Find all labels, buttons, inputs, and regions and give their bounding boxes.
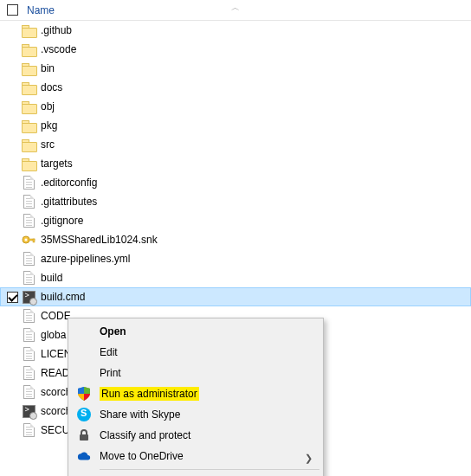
file-name-label: obj <box>41 100 55 113</box>
menu-print[interactable]: Print <box>70 363 321 383</box>
file-icon <box>22 347 35 361</box>
file-row[interactable]: 35MSSharedLib1024.snk <box>0 230 471 249</box>
file-name-label: .github <box>41 24 72 36</box>
file-name-label: pkg <box>41 119 57 132</box>
folder-icon <box>22 80 35 94</box>
svg-point-1 <box>25 239 28 241</box>
menu-onedrive-label: Move to OneDrive <box>100 450 184 462</box>
file-row[interactable]: obj <box>0 97 471 116</box>
folder-icon <box>22 61 35 75</box>
submenu-arrow-icon: ❯ <box>305 453 313 464</box>
folder-icon <box>22 119 35 132</box>
key-icon <box>22 233 35 247</box>
file-name-label: targets <box>41 158 73 170</box>
cloud-icon <box>77 449 91 463</box>
folder-icon <box>22 42 35 56</box>
column-header-name[interactable]: Name <box>27 4 55 16</box>
file-name-label: src <box>41 138 55 151</box>
menu-print-label: Print <box>100 367 121 379</box>
file-name-label: build <box>41 272 62 284</box>
menu-share-skype-label: Share with Skype <box>100 408 180 421</box>
file-name-label: bin <box>41 62 55 74</box>
menu-edit[interactable]: Edit <box>70 342 321 363</box>
select-all-checkbox[interactable] <box>7 4 18 16</box>
file-row[interactable]: targets <box>0 154 471 173</box>
file-row[interactable]: pkg <box>0 116 471 135</box>
file-row[interactable]: .vscode <box>0 40 471 59</box>
file-icon <box>22 328 35 342</box>
file-name-label: build.cmd <box>41 291 85 303</box>
skype-icon <box>77 408 91 421</box>
menu-classify-protect[interactable]: Classify and protect <box>70 425 321 446</box>
menu-separator <box>100 469 319 470</box>
menu-scan-defender[interactable]: Scan with Microsoft Defender... <box>70 473 321 476</box>
menu-edit-label: Edit <box>100 346 118 358</box>
file-row[interactable]: bin <box>0 59 471 78</box>
file-icon <box>22 366 35 380</box>
file-row[interactable]: src <box>0 135 471 154</box>
folder-icon <box>22 157 35 170</box>
file-icon <box>22 214 35 228</box>
file-icon <box>22 385 35 399</box>
file-name-label: docs <box>41 81 62 93</box>
file-icon <box>22 309 35 323</box>
cmd-icon <box>22 290 35 304</box>
cmd-icon <box>22 404 35 418</box>
file-name-label: .vscode <box>41 43 76 55</box>
folder-icon <box>22 23 35 37</box>
sort-indicator-icon: ︿ <box>231 2 240 14</box>
menu-share-skype[interactable]: Share with Skype <box>70 404 321 425</box>
menu-run-admin-label: Run as administrator <box>100 387 199 401</box>
file-name-label: CODE <box>41 310 71 322</box>
file-row[interactable]: .gitattributes <box>0 192 471 211</box>
file-icon <box>22 176 35 190</box>
svg-rect-4 <box>80 434 88 441</box>
menu-open-label: Open <box>100 325 126 338</box>
file-icon <box>22 252 35 266</box>
file-icon <box>22 423 35 437</box>
file-row[interactable]: .editorconfig <box>0 173 471 192</box>
file-row[interactable]: docs <box>0 78 471 97</box>
file-name-label: globa <box>41 329 66 341</box>
file-row[interactable]: .gitignore <box>0 211 471 230</box>
file-icon <box>22 271 35 285</box>
column-header-row[interactable]: Name ︿ <box>0 0 471 21</box>
menu-open[interactable]: Open <box>70 321 321 342</box>
file-name-label: .gitignore <box>41 215 83 227</box>
file-name-label: READ <box>41 367 69 379</box>
file-row[interactable]: build.cmd <box>0 287 471 306</box>
row-checkbox[interactable] <box>7 292 18 303</box>
menu-classify-label: Classify and protect <box>100 429 190 441</box>
file-name-label: .editorconfig <box>41 177 97 189</box>
file-row[interactable]: azure-pipelines.yml <box>0 249 471 268</box>
file-icon <box>22 195 35 209</box>
file-row[interactable]: .github <box>0 21 471 40</box>
menu-run-as-administrator[interactable]: Run as administrator <box>70 383 321 404</box>
folder-icon <box>22 138 35 151</box>
svg-rect-3 <box>33 239 35 242</box>
file-name-label: .gitattributes <box>41 196 97 208</box>
file-name-label: azure-pipelines.yml <box>41 253 130 265</box>
file-row[interactable]: build <box>0 268 471 287</box>
file-name-label: 35MSSharedLib1024.snk <box>41 234 158 246</box>
context-menu: Open Edit Print Run as administrator Sha… <box>68 318 324 476</box>
lock-icon <box>77 428 91 442</box>
menu-move-onedrive[interactable]: Move to OneDrive ❯ <box>70 446 321 466</box>
shield-icon <box>77 387 91 401</box>
folder-icon <box>22 100 35 113</box>
